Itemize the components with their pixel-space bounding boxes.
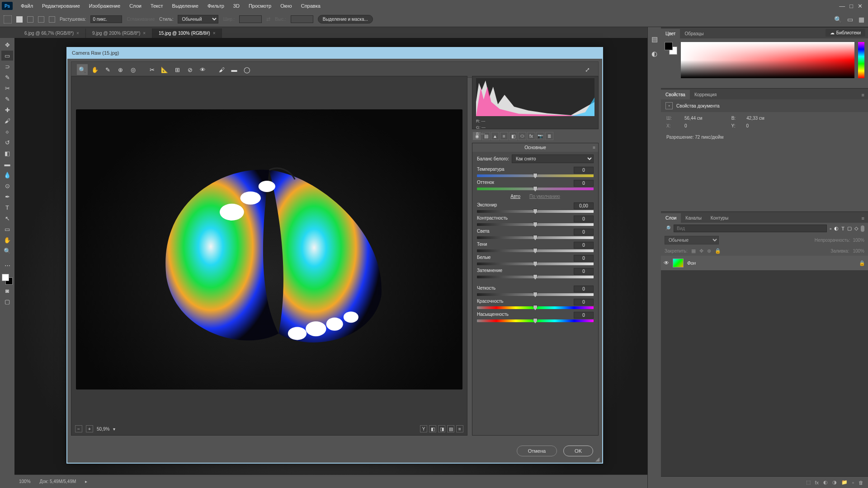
tab-color[interactable]: Цвет: [661, 29, 680, 38]
menu-layer[interactable]: Слои: [125, 1, 146, 10]
slider-saturation-input[interactable]: [574, 312, 594, 319]
quickmask-icon[interactable]: ◙: [1, 286, 13, 296]
filter-adj-icon[interactable]: ◐: [834, 225, 839, 231]
auto-link[interactable]: Авто: [510, 194, 520, 199]
close-tab-icon[interactable]: ×: [143, 31, 146, 36]
lock-pixels-icon[interactable]: ▦: [691, 248, 696, 254]
cr-hand-tool-icon[interactable]: ✋: [90, 64, 100, 75]
eraser-tool-icon[interactable]: ◧: [1, 148, 13, 158]
zoom-tool-icon[interactable]: 🔍: [1, 246, 13, 256]
select-and-mask-button[interactable]: Выделение и маска...: [318, 15, 373, 23]
slider-thumb[interactable]: [533, 248, 538, 253]
menu-edit[interactable]: Редактирование: [38, 1, 85, 10]
libraries-tab[interactable]: ☁Библиотеки: [826, 29, 865, 37]
menu-filter[interactable]: Фильтр: [203, 1, 229, 10]
cr-transform-icon[interactable]: ⊞: [172, 64, 183, 75]
layer-thumbnail[interactable]: [673, 258, 684, 267]
filter-type-icon[interactable]: T: [841, 226, 844, 231]
history-brush-tool-icon[interactable]: ↺: [1, 137, 13, 147]
cr-color-sampler-icon[interactable]: ⊕: [115, 64, 126, 75]
slider-whites-track[interactable]: [477, 263, 594, 265]
menu-window[interactable]: Окно: [276, 1, 297, 10]
tab-swatches[interactable]: Образцы: [680, 29, 708, 38]
status-docsize[interactable]: Док: 5,49M/5,49M: [40, 479, 76, 484]
color-picker-field[interactable]: [681, 42, 854, 78]
cr-grad-filter-icon[interactable]: ▬: [229, 64, 240, 75]
cr-target-adjust-icon[interactable]: ◎: [127, 64, 138, 75]
menu-3d[interactable]: 3D: [229, 1, 244, 10]
slider-saturation-track[interactable]: [477, 319, 594, 322]
status-zoom[interactable]: 100%: [19, 479, 31, 484]
cr-zoom-value[interactable]: 50,9%: [97, 427, 109, 432]
tab-paths[interactable]: Контуры: [706, 213, 733, 223]
group-icon[interactable]: 📁: [841, 479, 848, 485]
layer-name[interactable]: Фон: [687, 261, 696, 266]
filter-shape-icon[interactable]: ▢: [847, 225, 852, 231]
cancel-button[interactable]: Отмена: [517, 446, 557, 456]
slider-blacks-track[interactable]: [477, 276, 594, 278]
cr-view-mode2-icon[interactable]: ◨: [438, 425, 445, 432]
healing-tool-icon[interactable]: ✚: [1, 105, 13, 115]
slider-contrast-track[interactable]: [477, 223, 594, 226]
marquee-tool-icon[interactable]: ▭: [1, 51, 13, 61]
tab-properties[interactable]: Свойства: [661, 90, 690, 99]
slider-thumb[interactable]: [533, 186, 538, 192]
marquee-mode-4-icon[interactable]: [49, 16, 55, 23]
cr-redeye-icon[interactable]: 👁: [197, 64, 208, 75]
panel-menu-icon[interactable]: ≡: [858, 90, 868, 99]
filter-toggle[interactable]: [861, 225, 864, 232]
hand-tool-icon[interactable]: ✋: [1, 235, 13, 245]
gradient-tool-icon[interactable]: ▬: [1, 159, 13, 169]
cr-zoom-dropdown-icon[interactable]: ▾: [113, 427, 115, 432]
close-tab-icon[interactable]: ×: [213, 31, 216, 36]
filter-pixel-icon[interactable]: ▫: [830, 226, 831, 231]
cr-histogram[interactable]: [476, 78, 594, 116]
lasso-tool-icon[interactable]: ⊃: [1, 61, 13, 71]
default-link[interactable]: По умолчанию: [529, 194, 560, 199]
slider-highlights-input[interactable]: [574, 229, 594, 235]
slider-temp-track[interactable]: [477, 174, 594, 177]
slider-temp-input[interactable]: [574, 167, 594, 174]
cr-radial-filter-icon[interactable]: ◯: [241, 64, 252, 75]
slider-thumb[interactable]: [533, 235, 538, 240]
history-panel-icon[interactable]: ▤: [651, 35, 658, 43]
menu-file[interactable]: Файл: [16, 1, 38, 10]
brush-tool-icon[interactable]: 🖌: [1, 116, 13, 126]
menu-help[interactable]: Справка: [297, 1, 325, 10]
cr-zoom-out-icon[interactable]: −: [75, 425, 82, 432]
cr-adj-brush-icon[interactable]: 🖌: [216, 64, 227, 75]
quickselect-tool-icon[interactable]: ✎: [1, 72, 13, 82]
slider-tint-track[interactable]: [477, 188, 594, 190]
marquee-mode-1-icon[interactable]: [16, 16, 23, 23]
slider-thumb[interactable]: [533, 274, 538, 280]
slider-exposure-track[interactable]: [477, 210, 594, 213]
layer-row[interactable]: 👁 Фон 🔒: [661, 256, 868, 270]
slider-thumb[interactable]: [533, 222, 538, 227]
style-select[interactable]: Обычный: [178, 15, 218, 23]
slider-exposure-input[interactable]: [574, 202, 594, 209]
layer-mask-icon[interactable]: ◐: [823, 479, 828, 485]
pen-tool-icon[interactable]: ✒: [1, 192, 13, 202]
adjustments-panel-icon[interactable]: ◐: [651, 50, 657, 58]
marquee-mode-2-icon[interactable]: [27, 16, 33, 23]
slider-whites-input[interactable]: [574, 255, 594, 262]
search-icon[interactable]: 🔍: [834, 16, 842, 23]
status-arrow-icon[interactable]: ▸: [85, 479, 87, 484]
panel-menu-icon[interactable]: ≡: [858, 214, 868, 223]
layer-filter-input[interactable]: [674, 225, 827, 232]
cr-view-mode3-icon[interactable]: ▤: [447, 425, 454, 432]
slider-thumb[interactable]: [533, 305, 538, 310]
menu-view[interactable]: Просмотр: [244, 1, 276, 10]
doc-tab-0[interactable]: 6.jpg @ 66,7% (RGB/8*)×: [18, 28, 86, 38]
cr-image-area[interactable]: [71, 76, 467, 422]
tab-adjustments[interactable]: Коррекция: [690, 90, 721, 99]
filter-smart-icon[interactable]: ◇: [854, 225, 858, 231]
crop-tool-icon[interactable]: ✂: [1, 83, 13, 93]
lock-position-icon[interactable]: ✥: [699, 248, 703, 254]
cr-view-mode1-icon[interactable]: ◧: [429, 425, 436, 432]
slider-thumb[interactable]: [533, 318, 538, 324]
visibility-icon[interactable]: 👁: [664, 260, 669, 266]
slider-thumb[interactable]: [533, 209, 538, 214]
doc-tab-2[interactable]: 15.jpg @ 100% (RGB/8#)×: [152, 28, 222, 38]
link-layers-icon[interactable]: ⬚: [806, 479, 811, 485]
